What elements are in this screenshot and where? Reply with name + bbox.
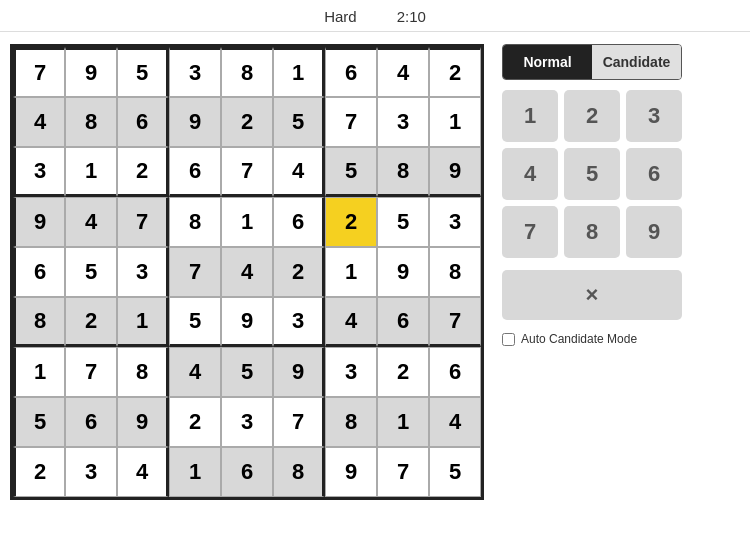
cell-3-7[interactable]: 5 <box>325 147 377 197</box>
cell-2-8[interactable]: 3 <box>377 97 429 147</box>
cell-4-5[interactable]: 1 <box>221 197 273 247</box>
normal-mode-button[interactable]: Normal <box>503 45 592 79</box>
cell-6-4[interactable]: 5 <box>169 297 221 347</box>
cell-1-1[interactable]: 7 <box>13 47 65 97</box>
cell-5-1[interactable]: 6 <box>13 247 65 297</box>
cell-5-6[interactable]: 2 <box>273 247 325 297</box>
cell-2-1[interactable]: 4 <box>13 97 65 147</box>
cell-7-3[interactable]: 8 <box>117 347 169 397</box>
cell-3-1[interactable]: 3 <box>13 147 65 197</box>
cell-4-1[interactable]: 9 <box>13 197 65 247</box>
cell-2-9[interactable]: 1 <box>429 97 481 147</box>
cell-5-9[interactable]: 8 <box>429 247 481 297</box>
cell-8-1[interactable]: 5 <box>13 397 65 447</box>
cell-8-9[interactable]: 4 <box>429 397 481 447</box>
num-button-1[interactable]: 1 <box>502 90 558 142</box>
cell-2-5[interactable]: 2 <box>221 97 273 147</box>
cell-6-5[interactable]: 9 <box>221 297 273 347</box>
cell-1-9[interactable]: 2 <box>429 47 481 97</box>
cell-9-7[interactable]: 9 <box>325 447 377 497</box>
auto-candidate-row: Auto Candidate Mode <box>502 332 682 346</box>
cell-5-4[interactable]: 7 <box>169 247 221 297</box>
auto-candidate-checkbox[interactable] <box>502 333 515 346</box>
cell-3-8[interactable]: 8 <box>377 147 429 197</box>
cell-8-7[interactable]: 8 <box>325 397 377 447</box>
cell-3-5[interactable]: 7 <box>221 147 273 197</box>
num-button-9[interactable]: 9 <box>626 206 682 258</box>
cell-9-6[interactable]: 8 <box>273 447 325 497</box>
erase-button[interactable]: × <box>502 270 682 320</box>
cell-6-9[interactable]: 7 <box>429 297 481 347</box>
cell-8-4[interactable]: 2 <box>169 397 221 447</box>
cell-4-6[interactable]: 6 <box>273 197 325 247</box>
cell-8-2[interactable]: 6 <box>65 397 117 447</box>
cell-1-6[interactable]: 1 <box>273 47 325 97</box>
cell-9-1[interactable]: 2 <box>13 447 65 497</box>
cell-6-2[interactable]: 2 <box>65 297 117 347</box>
cell-8-3[interactable]: 9 <box>117 397 169 447</box>
cell-2-3[interactable]: 6 <box>117 97 169 147</box>
cell-6-7[interactable]: 4 <box>325 297 377 347</box>
cell-9-3[interactable]: 4 <box>117 447 169 497</box>
cell-8-5[interactable]: 3 <box>221 397 273 447</box>
cell-9-2[interactable]: 3 <box>65 447 117 497</box>
num-button-7[interactable]: 7 <box>502 206 558 258</box>
cell-7-9[interactable]: 6 <box>429 347 481 397</box>
mode-toggle[interactable]: Normal Candidate <box>502 44 682 80</box>
right-panel: Normal Candidate 123456789 × Auto Candid… <box>502 44 682 500</box>
main-area: 7953816424869257313126745899478162536537… <box>0 32 750 510</box>
cell-2-2[interactable]: 8 <box>65 97 117 147</box>
cell-6-6[interactable]: 3 <box>273 297 325 347</box>
cell-9-8[interactable]: 7 <box>377 447 429 497</box>
cell-7-6[interactable]: 9 <box>273 347 325 397</box>
cell-1-5[interactable]: 8 <box>221 47 273 97</box>
cell-4-8[interactable]: 5 <box>377 197 429 247</box>
cell-5-8[interactable]: 9 <box>377 247 429 297</box>
cell-9-5[interactable]: 6 <box>221 447 273 497</box>
cell-1-3[interactable]: 5 <box>117 47 169 97</box>
cell-7-4[interactable]: 4 <box>169 347 221 397</box>
num-button-2[interactable]: 2 <box>564 90 620 142</box>
cell-5-7[interactable]: 1 <box>325 247 377 297</box>
cell-4-3[interactable]: 7 <box>117 197 169 247</box>
cell-3-9[interactable]: 9 <box>429 147 481 197</box>
cell-6-3[interactable]: 1 <box>117 297 169 347</box>
cell-4-9[interactable]: 3 <box>429 197 481 247</box>
num-button-5[interactable]: 5 <box>564 148 620 200</box>
cell-6-8[interactable]: 6 <box>377 297 429 347</box>
cell-9-4[interactable]: 1 <box>169 447 221 497</box>
num-button-8[interactable]: 8 <box>564 206 620 258</box>
candidate-mode-button[interactable]: Candidate <box>592 45 681 79</box>
cell-1-2[interactable]: 9 <box>65 47 117 97</box>
num-button-4[interactable]: 4 <box>502 148 558 200</box>
cell-2-6[interactable]: 5 <box>273 97 325 147</box>
cell-4-7[interactable]: 2 <box>325 197 377 247</box>
cell-5-5[interactable]: 4 <box>221 247 273 297</box>
cell-3-4[interactable]: 6 <box>169 147 221 197</box>
cell-7-1[interactable]: 1 <box>13 347 65 397</box>
sudoku-grid[interactable]: 7953816424869257313126745899478162536537… <box>10 44 484 500</box>
cell-7-2[interactable]: 7 <box>65 347 117 397</box>
cell-3-6[interactable]: 4 <box>273 147 325 197</box>
cell-2-7[interactable]: 7 <box>325 97 377 147</box>
cell-9-9[interactable]: 5 <box>429 447 481 497</box>
cell-1-8[interactable]: 4 <box>377 47 429 97</box>
cell-5-2[interactable]: 5 <box>65 247 117 297</box>
num-button-6[interactable]: 6 <box>626 148 682 200</box>
cell-4-4[interactable]: 8 <box>169 197 221 247</box>
cell-4-2[interactable]: 4 <box>65 197 117 247</box>
cell-7-8[interactable]: 2 <box>377 347 429 397</box>
cell-6-1[interactable]: 8 <box>13 297 65 347</box>
cell-7-7[interactable]: 3 <box>325 347 377 397</box>
cell-3-2[interactable]: 1 <box>65 147 117 197</box>
cell-8-8[interactable]: 1 <box>377 397 429 447</box>
cell-8-6[interactable]: 7 <box>273 397 325 447</box>
cell-3-3[interactable]: 2 <box>117 147 169 197</box>
cell-5-3[interactable]: 3 <box>117 247 169 297</box>
num-button-3[interactable]: 3 <box>626 90 682 142</box>
numpad: 123456789 <box>502 90 682 258</box>
cell-1-7[interactable]: 6 <box>325 47 377 97</box>
cell-2-4[interactable]: 9 <box>169 97 221 147</box>
cell-7-5[interactable]: 5 <box>221 347 273 397</box>
cell-1-4[interactable]: 3 <box>169 47 221 97</box>
